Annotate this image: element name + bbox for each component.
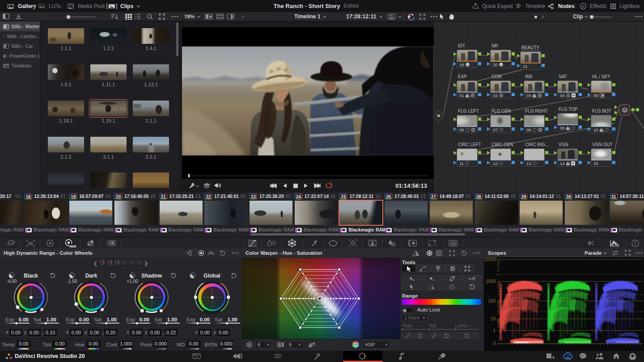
svg-text:HDR: HDR — [70, 244, 76, 248]
svg-text:fx: fx — [466, 63, 469, 66]
svg-text:fx: fx — [582, 4, 585, 8]
svg-text:HQ: HQ — [390, 17, 394, 19]
svg-text:3D: 3D — [451, 242, 455, 244]
svg-text:fx: fx — [500, 63, 502, 66]
